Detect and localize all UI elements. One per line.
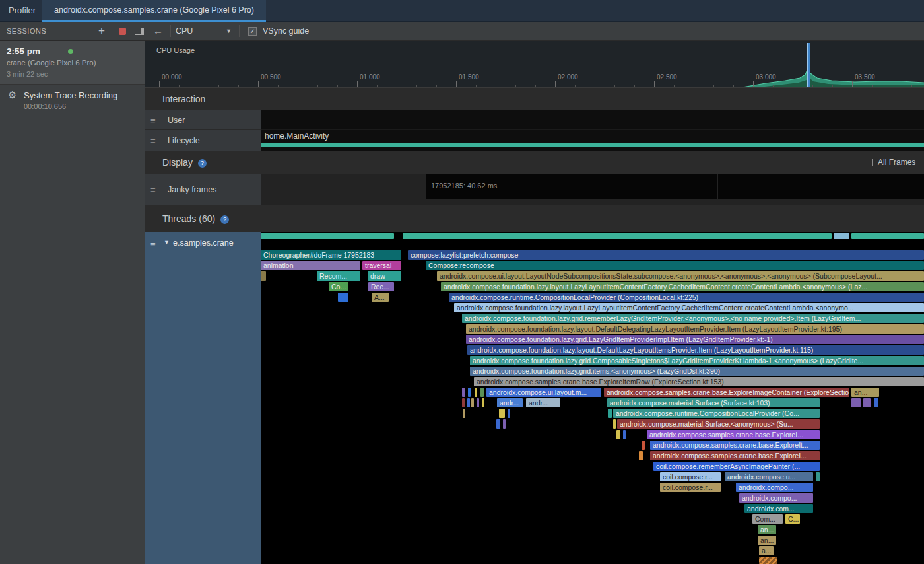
flame-span[interactable]: Recom... [317, 271, 360, 281]
flame-span[interactable]: Com... [752, 514, 783, 524]
flame-span[interactable] [508, 409, 510, 418]
flame-span[interactable] [616, 430, 620, 439]
flame-span[interactable] [503, 419, 506, 429]
flame-span[interactable]: androidx.compose.material.Surface (Surfa… [607, 398, 820, 407]
flame-span[interactable]: androidx.compose.material.Surface.<anony… [617, 419, 820, 429]
flame-span[interactable]: androidx.compose.runtime.CompositionLoca… [613, 409, 820, 418]
flame-span[interactable]: an... [851, 388, 879, 397]
session-card[interactable]: 2:55 pm crane (Google Pixel 6 Pro) 3 min… [0, 41, 145, 85]
drag-handle-icon[interactable]: ≡ [150, 115, 156, 125]
back-arrow-icon[interactable]: ← [153, 22, 163, 40]
flame-span[interactable]: andr... [526, 398, 560, 407]
flame-span[interactable] [403, 233, 832, 239]
section-display[interactable]: Display? All Frames [145, 151, 924, 174]
flame-span[interactable]: C... [785, 514, 800, 524]
flame-span[interactable]: androidx.compose.foundation.lazy.layout.… [441, 282, 924, 291]
flame-span[interactable]: coil.compose.r... [660, 472, 721, 481]
flame-span[interactable]: androidx.com... [744, 504, 813, 513]
flame-span[interactable]: androidx.compose.foundation.lazy.layout.… [466, 324, 924, 334]
flame-span[interactable]: androidx.compose.foundation.lazy.layout.… [454, 303, 924, 312]
flame-span[interactable]: an... [758, 536, 776, 545]
flame-span[interactable]: compose:lazylist:prefetch:compose [408, 250, 924, 260]
flame-span[interactable]: Co... [329, 282, 348, 291]
flame-span[interactable]: Rec... [368, 282, 394, 291]
flame-span[interactable] [623, 430, 626, 439]
flame-span[interactable]: traversal [362, 261, 401, 270]
add-session-icon[interactable]: + [98, 22, 105, 40]
flame-span[interactable]: a... [759, 546, 774, 555]
chevron-down-icon[interactable]: ▼ [164, 239, 170, 246]
flame-span[interactable]: coil.compose.r... [660, 483, 721, 492]
flame-span[interactable] [463, 409, 465, 418]
all-frames-checkbox[interactable] [865, 159, 873, 166]
flame-span[interactable] [261, 271, 266, 281]
flame-span[interactable] [851, 233, 924, 239]
flame-span[interactable] [608, 409, 612, 418]
flame-span[interactable]: draw [368, 271, 401, 281]
flame-span[interactable] [467, 398, 470, 407]
flame-span[interactable]: androidx.compose.foundation.lazy.layout.… [467, 345, 924, 355]
flame-span[interactable]: androidx.compose.foundation.lazy.grid.Co… [470, 356, 924, 365]
flame-span[interactable]: androidx.compose.samples.crane.base.Expl… [474, 377, 924, 386]
flame-span[interactable]: androidx.compo... [739, 493, 813, 503]
flame-span[interactable]: Compose:recompose [426, 261, 924, 270]
flame-span[interactable] [471, 398, 474, 407]
flame-span[interactable] [874, 398, 878, 407]
frame-bar[interactable]: 17952185: 40.62 ms [426, 174, 717, 199]
drag-handle-icon[interactable]: ≡ [150, 135, 156, 145]
flame-span[interactable] [496, 419, 500, 429]
cpu-usage-track[interactable]: CPU Usage 00.00000.50001.00001.50002.000… [145, 41, 924, 88]
cpu-dropdown[interactable]: CPU [176, 22, 193, 40]
flame-span[interactable]: androidx.compose.foundation.lazy.grid.La… [466, 335, 924, 344]
flame-span[interactable]: animation [261, 261, 360, 270]
flame-span[interactable] [759, 557, 777, 564]
flame-span[interactable] [613, 419, 616, 429]
flame-chart[interactable]: Choreographer#doFrame 17952183compose:la… [261, 232, 924, 564]
flame-span[interactable]: androidx.compose.ui.layout.LayoutNodeSub… [437, 271, 924, 281]
flame-span[interactable] [816, 472, 820, 481]
flame-span[interactable] [462, 398, 465, 407]
session-tab[interactable]: androidx.compose.samples.crane (Google P… [42, 0, 266, 22]
lifecycle-track[interactable]: home.MainActivity [261, 130, 924, 151]
flame-span[interactable]: androidx.compo... [736, 483, 813, 492]
flame-span[interactable] [261, 233, 394, 239]
janky-frames-track[interactable]: 17952185: 40.62 ms [261, 174, 924, 205]
flame-span[interactable]: androidx.compose.runtime.CompositionLoca… [449, 293, 924, 302]
flame-span[interactable] [462, 388, 465, 397]
user-track[interactable] [261, 110, 924, 130]
drag-handle-icon[interactable]: ≡ [150, 238, 156, 248]
flame-span[interactable]: androidx.compose.u... [725, 472, 813, 481]
flame-span[interactable] [482, 398, 484, 407]
flame-span[interactable] [642, 441, 645, 450]
flame-span[interactable]: androidx.compose.foundation.lazy.grid.it… [470, 367, 924, 376]
flame-span[interactable] [863, 398, 871, 407]
drag-handle-icon[interactable]: ≡ [150, 184, 156, 194]
vsync-guide-checkbox[interactable]: ✓ [248, 27, 257, 36]
flame-span[interactable]: androidx.compose.ui.layout.m... [486, 388, 601, 397]
lifecycle-activity-bar[interactable] [261, 143, 924, 147]
flame-span[interactable] [834, 233, 849, 239]
section-threads[interactable]: Threads (60)? [145, 205, 924, 232]
flame-span[interactable]: A... [372, 293, 389, 302]
frame-bar[interactable] [718, 174, 924, 199]
flame-span[interactable]: coil.compose.rememberAsyncImagePainter (… [653, 462, 820, 471]
help-icon[interactable]: ? [198, 159, 207, 168]
flame-span[interactable] [851, 398, 861, 407]
flame-span[interactable]: androidx.compose.samples.crane.base.Expl… [650, 451, 820, 460]
stop-recording-icon[interactable] [119, 28, 126, 35]
flame-span[interactable]: an... [758, 525, 776, 534]
recording-item[interactable]: System Trace Recording [24, 90, 117, 100]
flame-span[interactable] [639, 451, 643, 460]
section-interaction[interactable]: Interaction [145, 88, 924, 110]
flame-span[interactable] [477, 398, 479, 407]
chevron-down-icon[interactable]: ▼ [226, 22, 232, 40]
flame-span[interactable]: androidx.compose.samples.crane.base.Expl… [647, 430, 820, 439]
flame-span[interactable]: androidx.compose.samples.crane.base.Expl… [650, 441, 820, 450]
thread-row-crane[interactable]: ≡ ▼ e.samples.crane [145, 232, 261, 564]
help-icon[interactable]: ? [220, 215, 229, 224]
flame-span[interactable]: androidx.compose.foundation.lazy.grid.re… [462, 314, 924, 323]
user-track-label[interactable]: ≡ User [145, 110, 261, 130]
flame-span[interactable] [338, 293, 348, 302]
flame-span[interactable] [480, 388, 484, 397]
flame-span[interactable]: andr... [497, 398, 523, 407]
